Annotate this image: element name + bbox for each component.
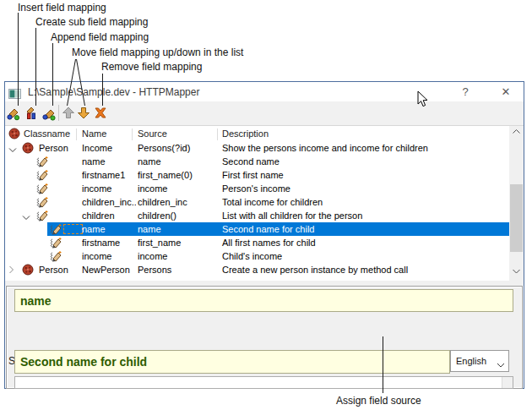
- expand-chevron-icon[interactable]: [8, 265, 14, 276]
- list-header[interactable]: Classname Name Source Description: [5, 126, 524, 141]
- close-button[interactable]: ✕: [493, 84, 518, 100]
- table-row[interactable]: namenameSecond name for child: [5, 222, 509, 236]
- cell-description: First first name: [222, 170, 284, 180]
- pen-icon: [35, 183, 49, 196]
- annotation-assign-source: Assign field source: [336, 395, 421, 407]
- mapping-list: Classname Name Source Description Person…: [5, 126, 524, 281]
- column-divider: [217, 128, 218, 140]
- cell-source: name: [138, 224, 161, 234]
- arrow-up-icon: [62, 106, 75, 120]
- annotation-remove: Remove field mapping: [101, 61, 202, 73]
- column-divider: [132, 128, 133, 140]
- create-sub-field-mapping-button[interactable]: [24, 106, 39, 121]
- pen-icon: [35, 156, 49, 169]
- cell-description: Create a new person instance by method c…: [222, 265, 408, 275]
- toolbar: [5, 101, 524, 126]
- cell-source: name: [138, 156, 161, 167]
- cell-name: NewPerson: [82, 265, 136, 275]
- field-name-header: name: [14, 289, 513, 312]
- person-icon: [8, 128, 20, 141]
- table-row[interactable]: children_inc...children_incTotal income …: [5, 195, 509, 209]
- cell-description: Child's income: [222, 251, 282, 261]
- focus-rect: [63, 224, 83, 234]
- detail-panel: name Source Query Second name for child …: [6, 286, 523, 389]
- table-row[interactable]: PersonNewPersonPersonsCreate a new perso…: [5, 263, 509, 276]
- toolbar-separator: [58, 105, 59, 121]
- cell-description: Total income for children: [222, 197, 323, 207]
- cell-name: children_inc...: [82, 197, 136, 207]
- cell-description: List with all children for the person: [222, 210, 362, 221]
- description-scrollbar[interactable]: [502, 377, 513, 388]
- cell-source: Persons(?id): [138, 143, 190, 153]
- cell-description: Second name for child: [222, 224, 314, 234]
- cell-description: Second name: [222, 156, 280, 167]
- cell-source: children(): [138, 210, 176, 221]
- pen-icon: [35, 196, 49, 210]
- cell-name: firstname: [82, 238, 136, 248]
- cell-source: first_name(0): [138, 170, 193, 180]
- table-row[interactable]: firstnamefirst_nameAll first names for c…: [5, 236, 509, 249]
- table-row[interactable]: namenameSecond name: [5, 155, 509, 168]
- column-divider: [76, 128, 77, 140]
- expand-chevron-icon[interactable]: [8, 145, 17, 155]
- move-up-button[interactable]: [62, 106, 77, 121]
- table-row[interactable]: incomeincomeChild's income: [5, 249, 509, 263]
- person-icon: [22, 264, 34, 277]
- pen-icon: [49, 223, 62, 237]
- chevron-down-icon: [497, 359, 505, 369]
- create-sub-field-mapping-icon: [24, 106, 39, 121]
- cell-name: income: [82, 183, 136, 194]
- app-window: L:\Sample\Sample.dev - HTTPMapper ? ✕: [4, 81, 524, 389]
- annotation-move: Move field mapping up/down in the list: [72, 46, 243, 58]
- title-bar[interactable]: L:\Sample\Sample.dev - HTTPMapper ? ✕: [5, 82, 524, 101]
- annotation-insert: Insert field mapping: [18, 2, 106, 14]
- cell-name: Income: [82, 143, 136, 153]
- person-icon: [22, 142, 34, 156]
- language-value: English: [456, 356, 486, 366]
- cell-description: All first names for child: [222, 238, 316, 248]
- cell-source: income: [138, 183, 167, 194]
- move-down-button[interactable]: [77, 106, 92, 121]
- cell-description: Show the persons income and income for c…: [222, 143, 428, 153]
- table-row[interactable]: firstname1first_name(0)First first name: [5, 168, 509, 182]
- field-description-header: Second name for child: [14, 350, 450, 374]
- help-button[interactable]: ?: [453, 84, 478, 100]
- table-row[interactable]: PersonIncomePersons(?id)Show the persons…: [5, 141, 509, 155]
- append-field-mapping-icon: [41, 106, 57, 121]
- pen-icon: [49, 250, 62, 264]
- cell-name: firstname1: [82, 170, 136, 180]
- pen-icon: [49, 237, 62, 250]
- column-header-source[interactable]: Source: [138, 128, 167, 139]
- cell-source: Persons: [138, 265, 171, 275]
- app-icon: [8, 87, 21, 102]
- window-title: L:\Sample\Sample.dev - HTTPMapper: [28, 86, 199, 98]
- mouse-cursor: [417, 90, 429, 112]
- insert-field-mapping-button[interactable]: [6, 106, 21, 121]
- pen-icon: [35, 169, 49, 183]
- annotation-create-sub: Create sub field mapping: [35, 16, 148, 28]
- scroll-up-icon[interactable]: [509, 127, 524, 140]
- cell-name: children: [82, 210, 136, 221]
- table-row[interactable]: childrenchildren()List with all children…: [5, 209, 509, 222]
- column-header-description[interactable]: Description: [222, 128, 269, 139]
- append-field-mapping-button[interactable]: [41, 106, 57, 121]
- expand-chevron-icon[interactable]: [22, 212, 30, 222]
- cell-name: name: [82, 224, 136, 234]
- cell-classname: Person: [39, 143, 68, 153]
- cell-source: first_name: [138, 238, 181, 248]
- remove-x-icon: [93, 106, 108, 120]
- column-header-name[interactable]: Name: [82, 128, 106, 139]
- cell-name: name: [82, 156, 136, 167]
- scrollbar-thumb[interactable]: [510, 184, 523, 252]
- table-row[interactable]: incomeincomePerson's income: [5, 182, 509, 195]
- column-header-classname[interactable]: Classname: [24, 128, 70, 139]
- arrow-down-icon: [77, 106, 90, 120]
- description-text-area[interactable]: [14, 376, 513, 389]
- vertical-scrollbar[interactable]: [509, 126, 524, 281]
- insert-field-mapping-icon: [6, 106, 21, 121]
- remove-field-mapping-button[interactable]: [93, 106, 108, 121]
- pen-icon: [35, 210, 49, 223]
- scroll-down-icon[interactable]: [509, 266, 524, 280]
- cell-description: Person's income: [222, 183, 290, 194]
- language-select[interactable]: English: [450, 350, 509, 372]
